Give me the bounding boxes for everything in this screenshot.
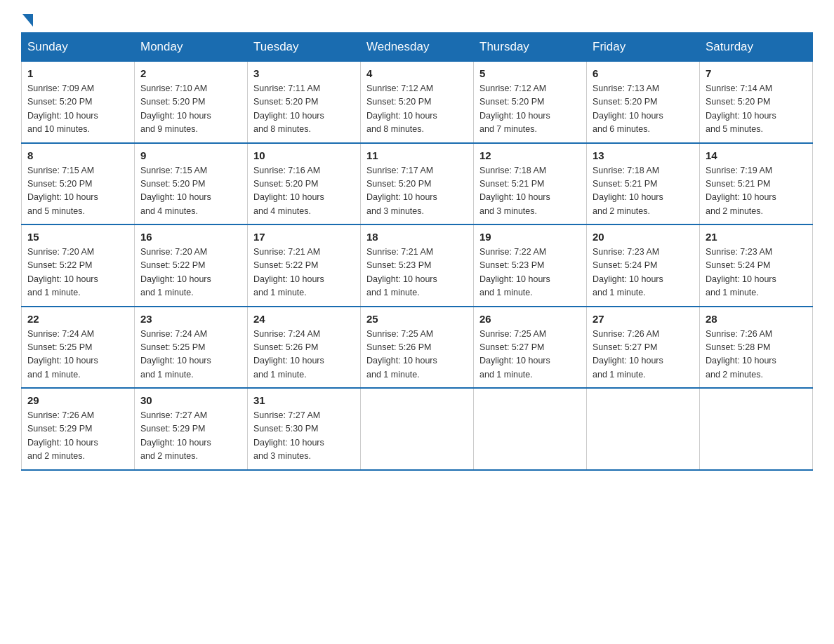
day-info: Sunrise: 7:22 AMSunset: 5:23 PMDaylight:… [479, 246, 581, 300]
table-row: 28Sunrise: 7:26 AMSunset: 5:28 PMDayligh… [700, 307, 813, 389]
day-number: 6 [593, 67, 694, 79]
day-number: 27 [593, 313, 694, 325]
logo [21, 14, 33, 25]
day-info: Sunrise: 7:17 AMSunset: 5:20 PMDaylight:… [366, 164, 468, 219]
day-number: 25 [366, 313, 468, 325]
table-row: 25Sunrise: 7:25 AMSunset: 5:26 PMDayligh… [361, 307, 474, 389]
day-number: 8 [27, 149, 128, 161]
table-row: 3Sunrise: 7:11 AMSunset: 5:20 PMDaylight… [248, 62, 361, 143]
col-wednesday: Wednesday [361, 33, 474, 62]
table-row [587, 388, 700, 470]
calendar-table: Sunday Monday Tuesday Wednesday Thursday… [21, 32, 813, 471]
col-friday: Friday [587, 33, 700, 62]
day-number: 10 [253, 149, 355, 161]
table-row: 11Sunrise: 7:17 AMSunset: 5:20 PMDayligh… [361, 143, 474, 225]
day-info: Sunrise: 7:19 AMSunset: 5:21 PMDaylight:… [706, 164, 807, 219]
day-info: Sunrise: 7:27 AMSunset: 5:29 PMDaylight:… [140, 409, 241, 464]
day-number: 30 [140, 394, 241, 406]
day-info: Sunrise: 7:26 AMSunset: 5:27 PMDaylight:… [593, 328, 694, 382]
table-row: 9Sunrise: 7:15 AMSunset: 5:20 PMDaylight… [135, 143, 248, 225]
day-info: Sunrise: 7:20 AMSunset: 5:22 PMDaylight:… [27, 246, 128, 300]
day-info: Sunrise: 7:10 AMSunset: 5:20 PMDaylight:… [140, 82, 241, 137]
table-row: 21Sunrise: 7:23 AMSunset: 5:24 PMDayligh… [700, 224, 813, 307]
day-number: 23 [140, 313, 241, 325]
calendar-week-row: 8Sunrise: 7:15 AMSunset: 5:20 PMDaylight… [22, 143, 813, 225]
table-row: 1Sunrise: 7:09 AMSunset: 5:20 PMDaylight… [22, 62, 135, 143]
table-row: 14Sunrise: 7:19 AMSunset: 5:21 PMDayligh… [700, 143, 813, 225]
table-row: 4Sunrise: 7:12 AMSunset: 5:20 PMDaylight… [361, 62, 474, 143]
day-number: 11 [366, 149, 468, 161]
day-number: 24 [253, 313, 355, 325]
table-row: 31Sunrise: 7:27 AMSunset: 5:30 PMDayligh… [248, 388, 361, 470]
table-row [474, 388, 587, 470]
table-row: 2Sunrise: 7:10 AMSunset: 5:20 PMDaylight… [135, 62, 248, 143]
day-number: 21 [706, 231, 807, 243]
table-row: 17Sunrise: 7:21 AMSunset: 5:22 PMDayligh… [248, 224, 361, 307]
day-number: 16 [140, 231, 241, 243]
col-thursday: Thursday [474, 33, 587, 62]
day-number: 17 [253, 231, 355, 243]
day-info: Sunrise: 7:26 AMSunset: 5:29 PMDaylight:… [27, 409, 128, 464]
table-row: 24Sunrise: 7:24 AMSunset: 5:26 PMDayligh… [248, 307, 361, 389]
table-row: 6Sunrise: 7:13 AMSunset: 5:20 PMDaylight… [587, 62, 700, 143]
day-info: Sunrise: 7:18 AMSunset: 5:21 PMDaylight:… [593, 164, 694, 219]
day-info: Sunrise: 7:26 AMSunset: 5:28 PMDaylight:… [706, 328, 807, 382]
day-number: 12 [479, 149, 581, 161]
col-monday: Monday [135, 33, 248, 62]
day-info: Sunrise: 7:09 AMSunset: 5:20 PMDaylight:… [27, 82, 128, 137]
day-info: Sunrise: 7:27 AMSunset: 5:30 PMDaylight:… [253, 409, 355, 464]
table-row [700, 388, 813, 470]
day-info: Sunrise: 7:15 AMSunset: 5:20 PMDaylight:… [27, 164, 128, 219]
day-number: 1 [27, 67, 128, 79]
day-info: Sunrise: 7:18 AMSunset: 5:21 PMDaylight:… [479, 164, 581, 219]
col-tuesday: Tuesday [248, 33, 361, 62]
table-row: 27Sunrise: 7:26 AMSunset: 5:27 PMDayligh… [587, 307, 700, 389]
day-info: Sunrise: 7:21 AMSunset: 5:23 PMDaylight:… [366, 246, 468, 300]
day-info: Sunrise: 7:24 AMSunset: 5:26 PMDaylight:… [253, 328, 355, 382]
day-info: Sunrise: 7:24 AMSunset: 5:25 PMDaylight:… [140, 328, 241, 382]
table-row: 15Sunrise: 7:20 AMSunset: 5:22 PMDayligh… [22, 224, 135, 307]
day-number: 5 [479, 67, 581, 79]
calendar-week-row: 22Sunrise: 7:24 AMSunset: 5:25 PMDayligh… [22, 307, 813, 389]
table-row [361, 388, 474, 470]
day-number: 20 [593, 231, 694, 243]
table-row: 8Sunrise: 7:15 AMSunset: 5:20 PMDaylight… [22, 143, 135, 225]
day-number: 26 [479, 313, 581, 325]
day-info: Sunrise: 7:23 AMSunset: 5:24 PMDaylight:… [593, 246, 694, 300]
day-info: Sunrise: 7:25 AMSunset: 5:27 PMDaylight:… [479, 328, 581, 382]
day-info: Sunrise: 7:14 AMSunset: 5:20 PMDaylight:… [706, 82, 807, 137]
day-number: 7 [706, 67, 807, 79]
day-info: Sunrise: 7:12 AMSunset: 5:20 PMDaylight:… [479, 82, 581, 137]
col-sunday: Sunday [22, 33, 135, 62]
day-number: 14 [706, 149, 807, 161]
table-row: 29Sunrise: 7:26 AMSunset: 5:29 PMDayligh… [22, 388, 135, 470]
table-row: 16Sunrise: 7:20 AMSunset: 5:22 PMDayligh… [135, 224, 248, 307]
day-info: Sunrise: 7:15 AMSunset: 5:20 PMDaylight:… [140, 164, 241, 219]
day-number: 28 [706, 313, 807, 325]
day-number: 15 [27, 231, 128, 243]
table-row: 12Sunrise: 7:18 AMSunset: 5:21 PMDayligh… [474, 143, 587, 225]
day-number: 19 [479, 231, 581, 243]
day-number: 2 [140, 67, 241, 79]
table-row: 19Sunrise: 7:22 AMSunset: 5:23 PMDayligh… [474, 224, 587, 307]
day-info: Sunrise: 7:23 AMSunset: 5:24 PMDaylight:… [706, 246, 807, 300]
day-number: 31 [253, 394, 355, 406]
day-number: 29 [27, 394, 128, 406]
day-info: Sunrise: 7:12 AMSunset: 5:20 PMDaylight:… [366, 82, 468, 137]
table-row: 22Sunrise: 7:24 AMSunset: 5:25 PMDayligh… [22, 307, 135, 389]
table-row: 23Sunrise: 7:24 AMSunset: 5:25 PMDayligh… [135, 307, 248, 389]
day-number: 4 [366, 67, 468, 79]
day-number: 22 [27, 313, 128, 325]
day-info: Sunrise: 7:25 AMSunset: 5:26 PMDaylight:… [366, 328, 468, 382]
day-number: 9 [140, 149, 241, 161]
col-saturday: Saturday [700, 33, 813, 62]
table-row: 7Sunrise: 7:14 AMSunset: 5:20 PMDaylight… [700, 62, 813, 143]
day-info: Sunrise: 7:16 AMSunset: 5:20 PMDaylight:… [253, 164, 355, 219]
day-number: 3 [253, 67, 355, 79]
day-info: Sunrise: 7:13 AMSunset: 5:20 PMDaylight:… [593, 82, 694, 137]
calendar-week-row: 29Sunrise: 7:26 AMSunset: 5:29 PMDayligh… [22, 388, 813, 470]
day-info: Sunrise: 7:11 AMSunset: 5:20 PMDaylight:… [253, 82, 355, 137]
calendar-week-row: 1Sunrise: 7:09 AMSunset: 5:20 PMDaylight… [22, 62, 813, 143]
table-row: 10Sunrise: 7:16 AMSunset: 5:20 PMDayligh… [248, 143, 361, 225]
day-info: Sunrise: 7:20 AMSunset: 5:22 PMDaylight:… [140, 246, 241, 300]
